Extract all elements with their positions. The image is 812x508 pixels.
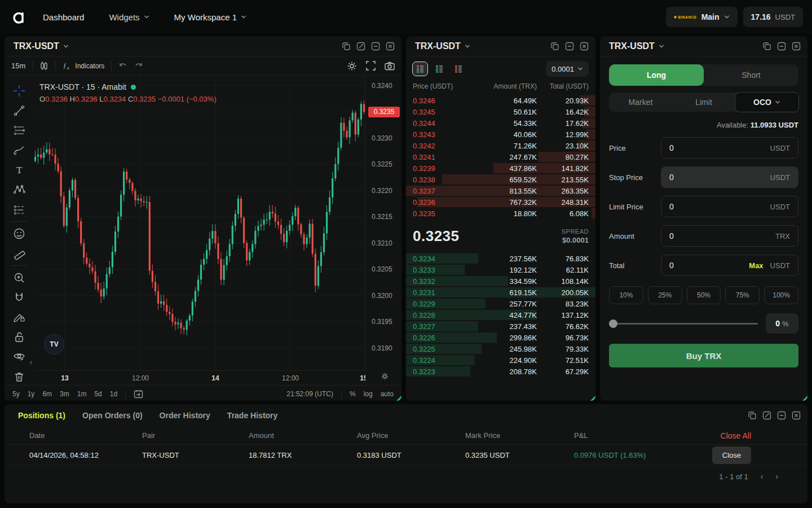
bid-row[interactable]: 0.3233192.12K62.11K bbox=[406, 264, 595, 275]
market-tab[interactable]: Market bbox=[609, 93, 672, 112]
panel-resize-handle[interactable] bbox=[802, 396, 807, 401]
minimize-panel-icon[interactable] bbox=[565, 42, 574, 51]
ask-row[interactable]: 0.3237813.55K263.35K bbox=[406, 185, 595, 196]
oco-tab[interactable]: OCO bbox=[735, 93, 798, 112]
pagination-next-button[interactable]: › bbox=[775, 472, 778, 481]
log-scale-button[interactable]: log bbox=[364, 390, 373, 398]
chart-pair-selector[interactable]: TRX-USDT bbox=[14, 41, 69, 51]
range-1y-button[interactable]: 1y bbox=[28, 390, 35, 398]
ask-row[interactable]: 0.3239437.86K141.82K bbox=[406, 163, 595, 174]
range-5d-button[interactable]: 5d bbox=[94, 390, 102, 398]
bid-row[interactable]: 0.3234237.56K76.83K bbox=[406, 253, 595, 264]
tab-trade-history[interactable]: Trade History bbox=[227, 411, 277, 420]
remove-drawings-tool[interactable] bbox=[10, 367, 29, 385]
book-view-asks[interactable] bbox=[451, 62, 466, 76]
exchange-account-selector[interactable]: ◆BINANCE Main bbox=[666, 7, 738, 27]
orderbook-pair-selector[interactable]: TRX-USDT bbox=[415, 41, 470, 51]
chart-plot[interactable]: TRX-USDT · 15 · Amabit O0.3236 H0.3236 L… bbox=[34, 76, 401, 385]
screenshot-button[interactable] bbox=[385, 62, 395, 71]
ask-row[interactable]: 0.323518.80K6.08K bbox=[406, 208, 595, 219]
undo-button[interactable] bbox=[118, 62, 127, 70]
stop-price-input[interactable]: 0 USDT bbox=[661, 167, 798, 188]
minimize-panel-icon[interactable] bbox=[777, 42, 786, 51]
forecast-tool[interactable] bbox=[10, 200, 29, 219]
duplicate-panel-icon[interactable] bbox=[762, 42, 771, 51]
limit-tab[interactable]: Limit bbox=[672, 93, 735, 112]
balance-display[interactable]: 17.16 USDT bbox=[743, 7, 803, 27]
redo-button[interactable] bbox=[134, 62, 143, 70]
nav-dashboard[interactable]: Dashboard bbox=[43, 12, 84, 22]
duplicate-panel-icon[interactable] bbox=[550, 42, 559, 51]
percent-75-button[interactable]: 75% bbox=[725, 286, 760, 304]
slider-knob[interactable] bbox=[609, 319, 617, 328]
close-position-button[interactable]: Close bbox=[712, 446, 751, 464]
auto-scale-button[interactable]: auto bbox=[381, 390, 394, 398]
bid-row[interactable]: 0.3226299.86K96.73K bbox=[406, 332, 595, 343]
price-input[interactable]: 0 USDT bbox=[661, 137, 798, 159]
tab-order-history[interactable]: Order History bbox=[160, 411, 210, 420]
amount-slider[interactable] bbox=[609, 323, 758, 325]
fullscreen-button[interactable] bbox=[366, 61, 376, 71]
tick-size-selector[interactable]: 0.0001 bbox=[546, 61, 589, 77]
long-tab[interactable]: Long bbox=[609, 64, 704, 86]
max-button[interactable]: Max bbox=[749, 261, 763, 270]
panel-resize-handle[interactable] bbox=[396, 396, 401, 401]
limit-price-input[interactable]: 0 USDT bbox=[661, 196, 798, 217]
book-view-bids[interactable] bbox=[432, 62, 447, 76]
drawing-mode-tool[interactable] bbox=[10, 308, 29, 327]
time-axis[interactable]: 1312:001412:0015 bbox=[34, 370, 365, 385]
percent-scale-button[interactable]: % bbox=[350, 390, 356, 398]
range-5y-button[interactable]: 5y bbox=[12, 390, 20, 398]
tab-positions[interactable]: Positions (1) bbox=[18, 411, 65, 420]
go-to-date-button[interactable] bbox=[134, 389, 143, 398]
app-logo[interactable] bbox=[9, 7, 28, 27]
minimize-panel-icon[interactable] bbox=[371, 42, 380, 51]
bid-row[interactable]: 0.3228424.77K137.12K bbox=[406, 309, 595, 321]
price-axis[interactable]: 0.32400.32350.32300.32250.32200.32150.32… bbox=[365, 76, 401, 385]
text-tool[interactable]: T bbox=[10, 160, 29, 179]
crosshair-tool[interactable] bbox=[10, 81, 29, 100]
range-1m-button[interactable]: 1m bbox=[77, 390, 87, 398]
close-all-button[interactable]: Close All bbox=[672, 431, 751, 440]
duplicate-panel-icon[interactable] bbox=[342, 42, 351, 51]
tab-open-orders[interactable]: Open Orders (0) bbox=[82, 411, 143, 420]
minimize-panel-icon[interactable] bbox=[777, 411, 786, 420]
ask-row[interactable]: 0.324271.26K23.10K bbox=[406, 140, 595, 151]
lock-tool[interactable] bbox=[10, 327, 29, 347]
indicators-button[interactable]: f x Indicators bbox=[63, 62, 104, 71]
bid-row[interactable]: 0.3232334.59K108.14K bbox=[406, 275, 595, 287]
zoom-tool[interactable] bbox=[10, 268, 29, 287]
chart-clock[interactable]: 21:52:09 (UTC) bbox=[286, 390, 333, 398]
horizontal-lines-tool[interactable] bbox=[10, 121, 29, 140]
range-1d-button[interactable]: 1d bbox=[110, 390, 117, 398]
edit-panel-icon[interactable] bbox=[762, 411, 771, 420]
nav-widgets[interactable]: Widgets bbox=[109, 12, 149, 22]
hide-drawings-tool[interactable] bbox=[10, 347, 29, 366]
ask-row[interactable]: 0.324550.61K16.42K bbox=[406, 106, 595, 117]
timeframe-button[interactable]: 15m bbox=[11, 62, 25, 70]
orderform-pair-selector[interactable]: TRX-USDT bbox=[609, 41, 664, 51]
brush-tool[interactable] bbox=[10, 141, 29, 160]
ask-row[interactable]: 0.324454.33K17.62K bbox=[406, 117, 595, 129]
ask-row[interactable]: 0.3238659.52K213.55K bbox=[406, 174, 595, 185]
axis-settings-button[interactable] bbox=[381, 372, 389, 383]
bid-row[interactable]: 0.3229257.77K83.23K bbox=[406, 298, 595, 309]
xabcd-pattern-tool[interactable] bbox=[10, 180, 29, 199]
ask-row[interactable]: 0.3241247.67K80.27K bbox=[406, 151, 595, 163]
amount-input[interactable]: 0 TRX bbox=[661, 225, 798, 247]
ask-row[interactable]: 0.324340.06K12.99K bbox=[406, 129, 595, 140]
bid-row[interactable]: 0.3231619.15K200.05K bbox=[406, 287, 595, 298]
bid-row[interactable]: 0.3223208.78K67.29K bbox=[406, 366, 595, 377]
pagination-prev-button[interactable]: ‹ bbox=[761, 472, 764, 481]
bid-row[interactable]: 0.3227237.43K76.62K bbox=[406, 321, 595, 332]
tradingview-logo[interactable]: TV bbox=[44, 334, 64, 354]
toolbar-collapse-icon[interactable]: ‹ bbox=[30, 358, 32, 366]
close-panel-icon[interactable] bbox=[386, 42, 395, 51]
close-panel-icon[interactable] bbox=[792, 411, 801, 420]
nav-workspace[interactable]: My Workspace 1 bbox=[174, 12, 246, 22]
total-input[interactable]: 0 Max USDT bbox=[661, 255, 798, 276]
chart-settings-button[interactable] bbox=[347, 61, 357, 71]
close-panel-icon[interactable] bbox=[792, 42, 801, 51]
edit-panel-icon[interactable] bbox=[356, 42, 365, 51]
close-panel-icon[interactable] bbox=[580, 42, 589, 51]
